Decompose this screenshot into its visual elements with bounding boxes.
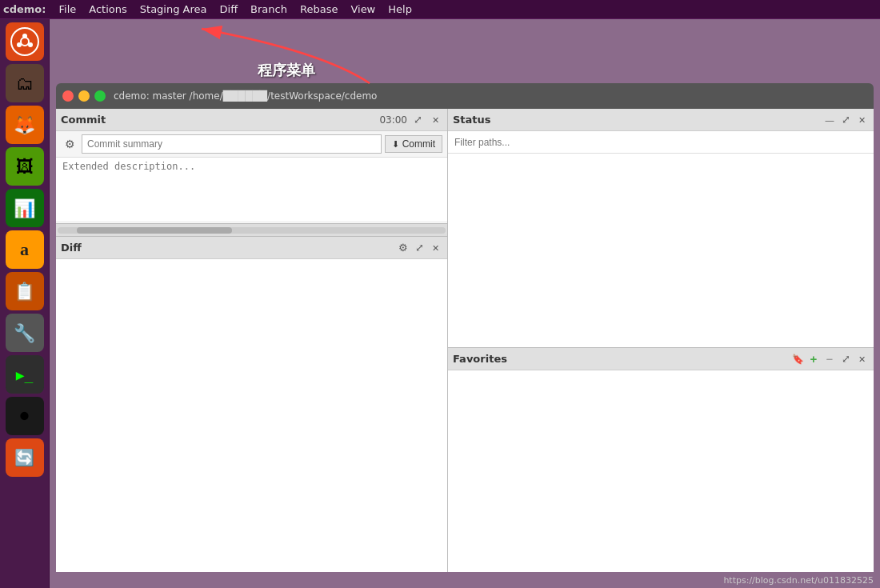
window-close-button[interactable] <box>62 90 74 102</box>
favorites-panel-title: Favorites <box>453 353 787 365</box>
diff-expand-button[interactable] <box>412 241 426 255</box>
firefox-icon: 🦊 <box>14 115 35 135</box>
diff-panel: Diff <box>56 237 447 572</box>
sidebar-icon-ubuntu[interactable] <box>6 22 44 61</box>
status-minimize-button[interactable] <box>822 113 837 127</box>
commit-panel-header: Commit 03:00 <box>56 109 447 131</box>
updates-icon: 🔄 <box>14 448 34 467</box>
app-name: cdemo: <box>3 3 46 15</box>
menu-file[interactable]: File <box>53 2 83 17</box>
amazon-icon: a <box>20 239 29 260</box>
diff-gear-button[interactable] <box>396 241 410 255</box>
status-expand-icon <box>842 114 850 126</box>
sidebar: 🗂 🦊 🖼 📊 a 📋 🔧 ▶_ ⚫ 🔄 <box>0 19 50 588</box>
bottom-url: https://blog.csdn.net/u011832525 <box>723 575 874 586</box>
commit-button-label: Commit <box>402 138 435 150</box>
commit-panel-title: Commit <box>61 114 376 126</box>
window-titlebar: cdemo: master /home/██████/testWorkspace… <box>56 83 874 109</box>
sidebar-icon-amazon[interactable]: a <box>6 230 44 269</box>
bookmark-icon <box>792 353 804 365</box>
expand-icon <box>414 114 422 126</box>
diff-close-icon <box>432 242 439 254</box>
sidebar-icon-image[interactable]: 🖼 <box>6 147 44 186</box>
favorites-add-button[interactable] <box>806 352 821 366</box>
commit-close-button[interactable] <box>428 113 442 127</box>
menu-branch[interactable]: Branch <box>244 2 294 17</box>
keyring-icon: ⚫ <box>17 406 31 426</box>
main-layout: 🗂 🦊 🖼 📊 a 📋 🔧 ▶_ ⚫ 🔄 <box>0 19 880 588</box>
window-minimize-button[interactable] <box>78 90 90 102</box>
commit-gear-button[interactable] <box>61 135 78 153</box>
sidebar-icon-updates[interactable]: 🔄 <box>6 438 44 477</box>
impress-icon: 📋 <box>14 282 35 302</box>
filter-paths-input[interactable] <box>448 131 874 154</box>
minus-icon <box>826 352 834 366</box>
menu-rebase[interactable]: Rebase <box>294 2 344 17</box>
window-maximize-button[interactable] <box>94 90 106 102</box>
sidebar-icon-tools[interactable]: 🔧 <box>6 314 44 352</box>
close-icon <box>432 114 439 126</box>
right-panels: Status <box>448 109 874 572</box>
commit-expand-button[interactable] <box>410 113 425 127</box>
favorites-expand-icon <box>842 353 850 365</box>
left-panels: Commit 03:00 <box>56 109 448 572</box>
commit-time: 03:00 <box>379 114 407 126</box>
image-icon: 🖼 <box>16 157 34 177</box>
commit-button[interactable]: Commit <box>385 135 442 153</box>
status-panel-header: Status <box>448 109 874 131</box>
sidebar-icon-firefox[interactable]: 🦊 <box>6 106 44 144</box>
diff-header-icons <box>396 241 442 255</box>
favorites-expand-button[interactable] <box>838 352 853 366</box>
commit-input-row: Commit <box>56 131 447 157</box>
diff-close-button[interactable] <box>428 241 442 255</box>
status-close-icon <box>858 114 866 126</box>
window-body: Commit 03:00 <box>56 109 874 572</box>
status-panel-title: Status <box>453 114 819 126</box>
status-panel: Status <box>448 109 874 348</box>
extended-desc-input[interactable] <box>56 157 447 221</box>
favorites-close-button[interactable] <box>854 352 869 366</box>
sidebar-icon-calc[interactable]: 📊 <box>6 189 44 227</box>
favorites-body <box>448 370 874 572</box>
content-area: 程序菜单 cdemo: master /home/██████/testWork… <box>50 19 880 588</box>
favorites-header-icons <box>790 352 869 366</box>
status-expand-button[interactable] <box>838 113 853 127</box>
sidebar-icon-files[interactable]: 🗂 <box>6 64 44 102</box>
bottom-bar: https://blog.csdn.net/u011832525 <box>50 572 880 588</box>
diff-body <box>56 259 447 572</box>
favorites-bookmark-button[interactable] <box>790 352 805 366</box>
sidebar-icon-terminal[interactable]: ▶_ <box>6 355 44 394</box>
commit-scrollbar[interactable] <box>56 223 447 236</box>
diff-panel-header: Diff <box>56 237 447 259</box>
menu-diff[interactable]: Diff <box>214 2 245 17</box>
menu-help[interactable]: Help <box>382 2 418 17</box>
status-header-icons <box>822 113 869 127</box>
menu-actions[interactable]: Actions <box>82 2 134 17</box>
ubuntu-icon <box>10 27 39 56</box>
status-close-button[interactable] <box>854 113 869 127</box>
favorites-remove-button[interactable] <box>822 352 837 366</box>
commit-panel: Commit 03:00 <box>56 109 447 237</box>
annotation-text: 程序菜单 <box>258 61 315 80</box>
sidebar-icon-keyring[interactable]: ⚫ <box>6 397 44 435</box>
files-icon: 🗂 <box>16 74 34 94</box>
status-body <box>448 154 874 347</box>
menu-bar: cdemo: File Actions Staging Area Diff Br… <box>0 0 880 19</box>
menu-view[interactable]: View <box>344 2 382 17</box>
scroll-track <box>58 227 446 234</box>
download-icon <box>392 138 399 150</box>
sidebar-icon-impress[interactable]: 📋 <box>6 272 44 310</box>
calc-icon: 📊 <box>14 198 35 218</box>
tools-icon: 🔧 <box>14 323 35 343</box>
diff-expand-icon <box>415 242 424 254</box>
scroll-thumb <box>77 227 232 234</box>
plus-icon <box>810 352 818 366</box>
diff-gear-icon <box>398 242 408 254</box>
gear-icon <box>65 138 75 150</box>
commit-summary-input[interactable] <box>82 134 382 154</box>
favorites-close-icon <box>858 353 866 365</box>
terminal-icon: ▶_ <box>16 366 34 383</box>
favorites-panel-header: Favorites <box>448 348 874 370</box>
status-minimize-icon <box>826 114 834 126</box>
menu-staging[interactable]: Staging Area <box>134 2 214 17</box>
